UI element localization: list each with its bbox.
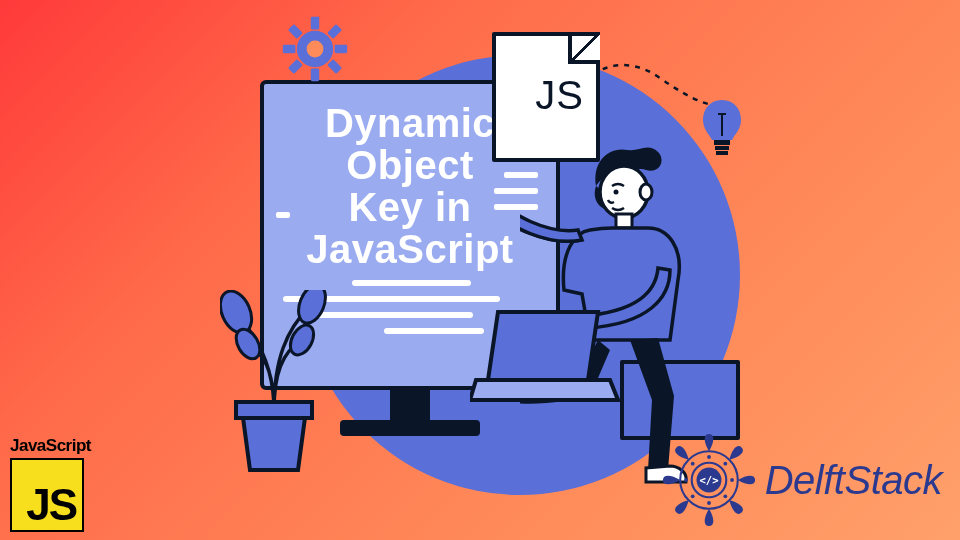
laptop-icon — [470, 308, 620, 418]
svg-point-18 — [614, 190, 619, 195]
svg-rect-4 — [335, 45, 348, 53]
svg-point-31 — [707, 455, 711, 459]
javascript-logo: JavaScript JS — [10, 436, 91, 532]
code-line — [352, 280, 471, 286]
svg-rect-8 — [288, 59, 303, 74]
svg-point-25 — [286, 321, 319, 359]
svg-rect-5 — [288, 24, 303, 39]
svg-rect-7 — [327, 24, 342, 39]
svg-point-30 — [706, 435, 712, 441]
svg-text:</>: </> — [699, 474, 718, 486]
monitor-base — [340, 420, 480, 436]
svg-rect-6 — [327, 59, 342, 74]
svg-rect-19 — [616, 214, 632, 228]
svg-point-38 — [690, 462, 694, 466]
gear-icon — [280, 14, 350, 84]
delftstack-mandala-icon: </> — [661, 432, 757, 528]
monitor-stand — [390, 390, 430, 420]
javascript-logo-letters: JS — [26, 480, 76, 530]
delftstack-logo: </> DelftStack — [661, 432, 942, 528]
svg-rect-2 — [311, 69, 319, 82]
svg-point-35 — [707, 501, 711, 505]
svg-point-17 — [640, 184, 652, 200]
svg-point-34 — [723, 494, 727, 498]
svg-point-9 — [307, 41, 324, 58]
code-line — [315, 312, 473, 318]
svg-point-33 — [730, 478, 734, 482]
js-file-label: JS — [535, 73, 584, 118]
svg-point-36 — [690, 494, 694, 498]
svg-point-37 — [684, 478, 688, 482]
delftstack-brand-text: DelftStack — [765, 458, 942, 503]
svg-rect-26 — [236, 402, 312, 418]
plant-icon — [220, 290, 330, 490]
svg-rect-1 — [311, 17, 319, 30]
code-dot — [276, 212, 290, 218]
svg-point-32 — [723, 462, 727, 466]
javascript-logo-box: JS — [10, 458, 84, 532]
svg-rect-3 — [283, 45, 296, 53]
code-line — [384, 328, 484, 334]
javascript-logo-text: JavaScript — [10, 436, 91, 456]
